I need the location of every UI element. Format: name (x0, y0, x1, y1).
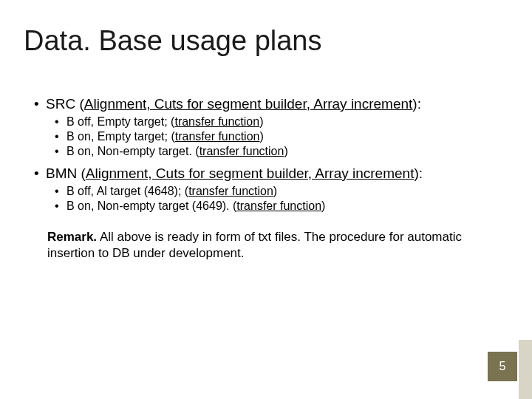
bmn-prefix: BMN ( (46, 166, 86, 181)
src-underline: Alignment, Cuts for segment builder, Arr… (84, 96, 413, 112)
ul: transfer function (188, 185, 273, 197)
ul: transfer function (174, 115, 259, 128)
tail: ) (259, 130, 263, 143)
txt: B off, Al target (4648); ( (66, 185, 188, 197)
bullet-bmn: BMN (Alignment, Cuts for segment builder… (34, 166, 486, 182)
txt: B off, Empty target; ( (66, 115, 174, 128)
src-prefix: SRC ( (46, 96, 84, 112)
src-subitems: B off, Empty target; (transfer function)… (55, 115, 486, 158)
decorative-edge (519, 340, 532, 399)
bmn-item-2: B on, Non-empty target (4649). (transfer… (55, 200, 486, 213)
txt: B on, Non-empty target (4649). ( (66, 200, 236, 212)
src-item-1: B off, Empty target; (transfer function) (55, 115, 486, 129)
remark-label: Remark. (47, 230, 97, 244)
ul: transfer function (200, 145, 284, 157)
txt: B on, Empty target; ( (66, 130, 175, 143)
tail: ) (321, 200, 325, 212)
bmn-underline: Alignment, Cuts for segment builder, Arr… (86, 166, 415, 181)
tail: ) (284, 145, 287, 157)
remark-block: Remark. All above is ready in form of tx… (47, 229, 486, 262)
tail: ) (259, 115, 263, 128)
page-number: 5 (499, 360, 506, 373)
bmn-item-1: B off, Al target (4648); (transfer funct… (55, 185, 486, 198)
src-item-2: B on, Empty target; (transfer function) (55, 130, 486, 143)
txt: B on, Non-empty target. ( (66, 145, 200, 157)
ul: transfer function (236, 200, 321, 212)
bmn-suffix: ): (414, 166, 423, 181)
page-number-box: 5 (488, 352, 517, 381)
src-suffix: ): (412, 96, 421, 112)
src-item-3: B on, Non-empty target. (transfer functi… (55, 145, 486, 158)
slide-body: SRC (Alignment, Cuts for segment builder… (34, 96, 486, 262)
ul: transfer function (175, 130, 260, 143)
slide: Data. Base usage plans SRC (Alignment, C… (0, 0, 532, 399)
slide-title: Data. Base usage plans (24, 25, 322, 57)
bullet-src: SRC (Alignment, Cuts for segment builder… (34, 96, 486, 112)
remark-text: All above is ready in form of txt files.… (47, 230, 462, 260)
tail: ) (273, 185, 277, 197)
bmn-subitems: B off, Al target (4648); (transfer funct… (55, 185, 486, 213)
